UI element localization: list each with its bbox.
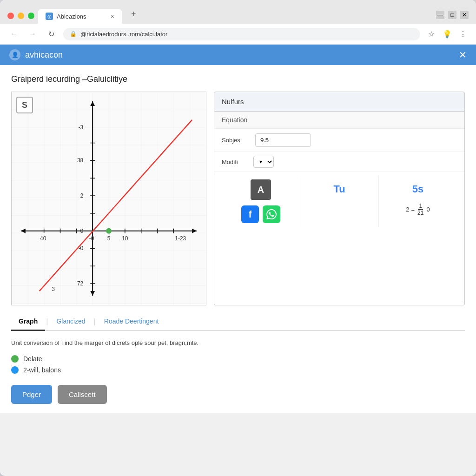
legend-dot-green bbox=[11, 355, 19, 363]
page-title: Graiperd iecurding –Galuiclitiye bbox=[11, 74, 465, 84]
traffic-lights bbox=[7, 13, 34, 24]
forward-button[interactable]: → bbox=[26, 27, 39, 40]
window-controls: — □ ✕ bbox=[436, 11, 469, 24]
tab-divider-1: | bbox=[45, 317, 49, 326]
svg-text:1-23: 1-23 bbox=[175, 235, 186, 242]
window-minimize-button[interactable]: — bbox=[436, 11, 444, 19]
btn-col-1: A f bbox=[222, 176, 300, 227]
nav-actions: ☆ 💡 ⋮ bbox=[426, 28, 469, 40]
sobjes-row: Sobjes: bbox=[214, 129, 464, 152]
fraction-numerator: 1 bbox=[418, 203, 423, 210]
sobjes-label: Sobjes: bbox=[222, 137, 250, 144]
tab-graph[interactable]: Graph bbox=[11, 313, 45, 331]
svg-text:72: 72 bbox=[77, 280, 84, 287]
window-maximize-button[interactable]: □ bbox=[448, 11, 456, 19]
app-header-close-button[interactable]: ✕ bbox=[459, 49, 467, 60]
tabs-bar: Graph | Glancized | Roade Deertingent bbox=[11, 313, 465, 331]
graph-s-label: S bbox=[16, 97, 33, 113]
modifi-select[interactable]: ▾ bbox=[253, 156, 274, 168]
new-tab-button[interactable]: + bbox=[126, 6, 142, 24]
svg-text:38: 38 bbox=[77, 157, 84, 164]
tab-divider-2: | bbox=[93, 317, 97, 326]
btn-5s[interactable]: 5s bbox=[412, 183, 423, 195]
equation-header: Equation bbox=[214, 112, 464, 129]
fraction-right: 0 bbox=[426, 206, 430, 213]
main-content: Graiperd iecurding –Galuiclitiye S bbox=[0, 65, 476, 413]
lock-icon: 🔒 bbox=[70, 31, 77, 37]
btn-tu[interactable]: Tu bbox=[333, 183, 345, 195]
fraction-display: 2 = 1 21 0 bbox=[406, 203, 430, 217]
btn-a[interactable]: A bbox=[251, 179, 271, 200]
sobjes-input[interactable] bbox=[255, 133, 311, 147]
tab-close-button[interactable]: × bbox=[111, 13, 114, 20]
callscett-button[interactable]: Callscett bbox=[58, 385, 107, 404]
legend-label-delate: Delate bbox=[23, 355, 42, 363]
address-bar[interactable]: 🔒 @ricialaedrodurs..rom/calculator bbox=[63, 28, 420, 40]
equation-panel: Equation Sobjes: Modifi ▾ bbox=[214, 112, 465, 305]
social-icons: f bbox=[241, 205, 280, 223]
fraction-left: 2 bbox=[406, 206, 409, 213]
graph-panel-row: S bbox=[11, 92, 465, 305]
legend-dot-blue bbox=[11, 366, 19, 374]
svg-text:0: 0 bbox=[80, 228, 84, 234]
svg-rect-0 bbox=[12, 92, 206, 305]
nulfurs-panel: Nulfurs bbox=[214, 92, 465, 112]
svg-text:2: 2 bbox=[80, 192, 84, 199]
svg-text:10: 10 bbox=[122, 235, 128, 242]
fraction-denominator: 21 bbox=[416, 210, 424, 216]
whatsapp-icon[interactable] bbox=[263, 205, 280, 223]
nav-bar: ← → ↻ 🔒 @ricialaedrodurs..rom/calculator… bbox=[0, 24, 476, 45]
menu-button[interactable]: ⋮ bbox=[457, 28, 469, 40]
fraction: 1 21 bbox=[416, 203, 424, 217]
tab-roade[interactable]: Roade Deertingent bbox=[97, 313, 166, 331]
legend-item-delate: Delate bbox=[11, 355, 465, 363]
btn-col-2: Tu bbox=[300, 176, 379, 227]
url-text: @ricialaedrodurs..rom/calculator bbox=[80, 31, 167, 38]
title-bar: ◎ Ableazions × + — □ ✕ bbox=[0, 0, 476, 24]
star-button[interactable]: ☆ bbox=[426, 28, 437, 40]
window-close-button[interactable]: ✕ bbox=[460, 11, 469, 19]
browser-window: ◎ Ableazions × + — □ ✕ ← → ↻ 🔒 @ricialae… bbox=[0, 0, 476, 476]
refresh-button[interactable]: ↻ bbox=[45, 27, 58, 40]
modifi-label: Modifi bbox=[222, 159, 250, 165]
close-traffic-light[interactable] bbox=[7, 13, 14, 19]
maximize-traffic-light[interactable] bbox=[28, 13, 34, 19]
right-panel: Nulfurs Equation Sobjes: Modifi ▾ bbox=[214, 92, 465, 305]
browser-tab[interactable]: ◎ Ableazions × bbox=[38, 9, 122, 24]
legend-label-balons: 2-will, balons bbox=[23, 366, 61, 374]
svg-text:3: 3 bbox=[52, 286, 55, 292]
svg-text:-0: -0 bbox=[89, 235, 94, 242]
tab-glancized[interactable]: Glancized bbox=[49, 313, 93, 331]
legend-items: Delate 2-will, balons bbox=[11, 355, 465, 374]
legend-item-balons: 2-will, balons bbox=[11, 366, 465, 374]
description-text: Unit conversion of Tind the marger of di… bbox=[11, 338, 465, 348]
svg-text:40: 40 bbox=[40, 235, 46, 242]
pdger-button[interactable]: Pdger bbox=[11, 385, 52, 404]
app-header-icon: 👤 bbox=[9, 49, 20, 60]
graph-svg: 40 -0 5 10 1-23 -3 38 2 0 -0 72 3 bbox=[12, 92, 206, 305]
tab-title: Ableazions bbox=[57, 13, 86, 20]
svg-text:-3: -3 bbox=[79, 124, 84, 131]
action-buttons: Pdger Callscett bbox=[11, 385, 465, 404]
extension-button[interactable]: 💡 bbox=[442, 28, 453, 40]
modifi-row: Modifi ▾ bbox=[214, 152, 464, 172]
svg-text:5: 5 bbox=[107, 235, 111, 242]
tab-favicon: ◎ bbox=[46, 13, 53, 20]
svg-point-37 bbox=[106, 228, 112, 234]
buttons-section: A f Tu bbox=[214, 172, 464, 231]
back-button[interactable]: ← bbox=[7, 27, 20, 40]
app-header-title: avhicacon bbox=[25, 50, 63, 60]
btn-col-3: 5s 2 = 1 21 0 bbox=[379, 176, 457, 227]
app-header: 👤 avhicacon ✕ bbox=[0, 45, 476, 65]
facebook-icon[interactable]: f bbox=[241, 205, 259, 223]
minimize-traffic-light[interactable] bbox=[18, 13, 24, 19]
graph-container: S bbox=[11, 92, 206, 305]
fraction-equals: = bbox=[411, 206, 415, 213]
